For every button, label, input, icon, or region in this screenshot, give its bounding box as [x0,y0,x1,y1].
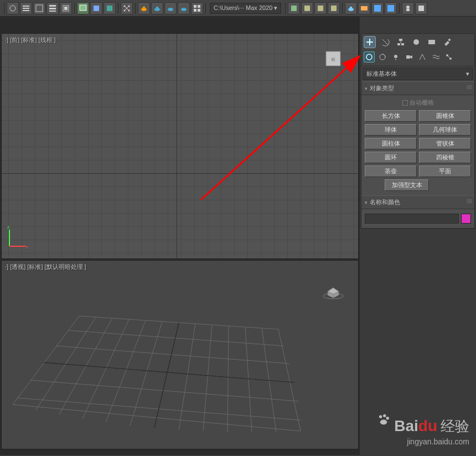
toolbar-icon[interactable] [104,2,116,14]
svg-rect-25 [194,9,196,12]
teapot-icon[interactable] [138,2,150,14]
svg-text:z: z [7,226,9,230]
perspective-grid [2,261,356,449]
svg-rect-37 [406,9,410,11]
toolbar-icon[interactable] [402,2,414,14]
svg-point-15 [124,9,126,11]
command-panel-tabs [361,34,474,50]
toolbar-icon[interactable] [20,2,32,14]
teapot-icon[interactable] [151,2,163,14]
create-tab[interactable] [364,36,376,48]
teapot-button[interactable]: 茶壶 [365,165,417,177]
display-tab[interactable] [426,36,438,48]
pyramid-button[interactable]: 四棱锥 [419,152,471,163]
section-object-type[interactable]: 对象类型 [361,81,474,95]
teapot-render-icon[interactable] [345,2,357,14]
torus-button[interactable]: 圆环 [365,152,417,163]
svg-point-16 [128,9,130,11]
cylinder-button[interactable]: 圆柱体 [365,138,417,149]
toolbar-icon[interactable] [385,2,397,14]
svg-line-85 [448,56,450,58]
svg-rect-4 [36,5,43,12]
chevron-down-icon: ▾ [466,70,469,77]
toolbar-icon[interactable] [358,2,370,14]
workspace-path[interactable]: C:\Users\··· Max 2020 ▾ [210,3,281,14]
cameras-icon[interactable] [403,51,415,63]
geometry-icon[interactable] [364,51,375,63]
toolbar-icon[interactable] [121,2,133,14]
svg-point-13 [124,5,126,7]
svg-rect-3 [23,10,29,11]
viewport-perspective[interactable]: ·] [透视] [标准] [默认明暗处理 ] [1,260,359,449]
toolbar-icon[interactable] [60,2,72,14]
svg-rect-32 [350,7,352,8]
svg-point-80 [394,55,397,58]
modify-tab[interactable] [379,36,391,48]
svg-rect-10 [80,5,86,11]
main-toolbar: C:\Users\··· Max 2020 ▾ [0,0,476,17]
toolbar-icon[interactable] [301,2,313,14]
sphere-button[interactable]: 球体 [365,124,417,136]
svg-rect-73 [401,43,404,45]
svg-point-87 [383,414,386,417]
svg-rect-35 [387,5,394,12]
svg-rect-29 [318,6,323,11]
svg-rect-71 [399,39,402,41]
svg-line-67 [154,323,179,428]
toolbar-icon[interactable] [77,2,89,14]
object-type-body: 自动栅格 长方体 圆锥体 球体 几何球体 圆柱体 管状体 圆环 四棱锥 茶壶 平… [361,95,474,195]
svg-point-36 [406,6,410,9]
toolbar-icon[interactable] [371,2,384,14]
toolbar-icon[interactable] [7,2,19,14]
toolbar-icon[interactable] [191,2,203,14]
toolbar-icon[interactable] [288,2,300,14]
viewport-front[interactable]: ·] [前] [标准] [线框 ] 前 z x [1,33,359,259]
viewport-label[interactable]: ·] [前] [标准] [线框 ] [5,36,56,44]
toolbar-icon[interactable] [90,2,102,14]
svg-rect-2 [23,8,29,9]
systems-icon[interactable] [443,51,454,63]
dropdown-label: 标准基本体 [366,70,397,78]
utilities-tab[interactable] [441,36,453,48]
svg-rect-20 [156,7,158,8]
section-name-color[interactable]: 名称和颜色 [361,195,474,209]
svg-rect-82 [406,55,410,59]
svg-rect-26 [198,9,200,12]
toolbar-icon[interactable] [33,2,45,14]
axis-gizmo[interactable]: z x [7,226,29,248]
helpers-icon[interactable] [417,51,428,63]
svg-rect-6 [49,8,56,9]
viewport-label[interactable]: ·] [透视] [标准] [默认明暗处理 ] [5,263,86,271]
viewport-area: ·] [前] [标准] [线框 ] 前 z x ·] [透视] [标准] [默认… [0,17,360,455]
primitive-dropdown[interactable]: 标准基本体 ▾ [363,68,473,80]
geosphere-button[interactable]: 几何球体 [419,124,471,136]
teapot-icon[interactable] [164,2,177,14]
create-category-row [361,50,474,66]
box-button[interactable]: 长方体 [365,110,417,122]
object-name-input[interactable] [365,214,459,224]
plane-button[interactable]: 平面 [419,165,471,177]
axis-vertical [177,34,177,258]
svg-line-47 [13,316,79,405]
hierarchy-tab[interactable] [395,36,407,48]
toolbar-icon[interactable] [415,2,427,14]
viewcube[interactable]: 前 [319,45,347,72]
teapot-icon[interactable] [178,2,190,14]
toolbar-icon[interactable] [328,2,340,14]
shapes-icon[interactable] [377,51,388,63]
svg-text:前: 前 [331,57,335,62]
svg-line-57 [245,327,252,432]
lights-icon[interactable] [390,51,401,63]
tube-button[interactable]: 管状体 [419,138,471,149]
spacewarps-icon[interactable] [430,51,441,63]
cone-button[interactable]: 圆锥体 [419,110,471,122]
svg-point-89 [380,419,387,424]
motion-tab[interactable] [410,36,422,48]
auto-grid-checkbox[interactable]: 自动栅格 [365,97,471,110]
color-swatch[interactable] [461,214,471,224]
toolbar-icon[interactable] [314,2,327,14]
svg-rect-38 [418,6,424,11]
watermark: Baidu 经验 jingyan.baidu.com [376,417,469,446]
toolbar-icon[interactable] [46,2,59,14]
textplus-button[interactable]: 加强型文本 [385,179,429,191]
